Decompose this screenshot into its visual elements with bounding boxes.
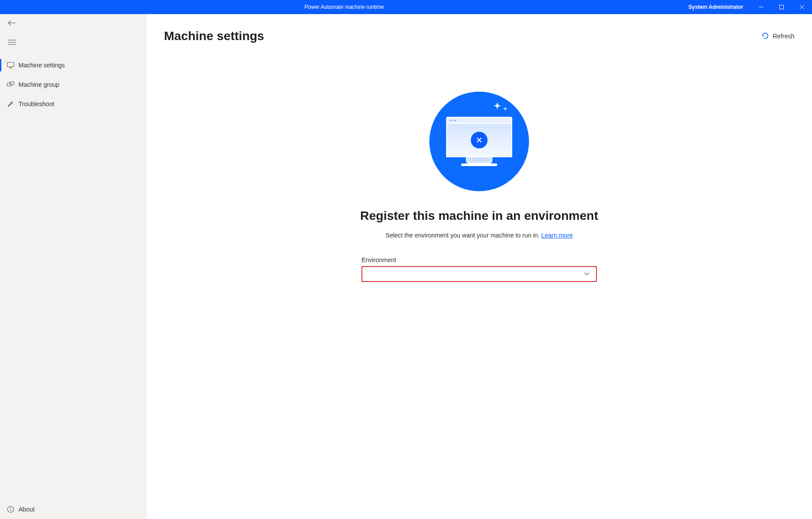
learn-more-link[interactable]: Learn more: [541, 232, 573, 239]
environment-dropdown[interactable]: [361, 266, 597, 282]
window-title: Power Automate machine runtime: [0, 4, 689, 10]
hamburger-icon: [8, 39, 16, 47]
environment-label: Environment: [361, 256, 597, 263]
sidebar: Machine settings Machine group Troublesh…: [0, 14, 146, 519]
sidebar-item-label: Machine settings: [19, 62, 65, 69]
svg-rect-8: [7, 63, 14, 67]
page-title: Machine settings: [164, 29, 264, 43]
minimize-button[interactable]: [751, 0, 771, 14]
refresh-label: Refresh: [773, 33, 794, 40]
arrow-left-icon: [8, 20, 16, 28]
hero-illustration: [429, 92, 529, 191]
register-heading: Register this machine in an environment: [360, 209, 598, 223]
info-icon: [7, 506, 19, 513]
close-button[interactable]: [792, 0, 812, 14]
titlebar: Power Automate machine runtime System Ad…: [0, 0, 812, 14]
wrench-icon: [7, 100, 19, 108]
group-icon: [7, 82, 19, 88]
svg-marker-17: [503, 107, 507, 111]
sidebar-item-label: Troubleshoot: [19, 100, 54, 108]
x-badge-icon: [471, 132, 488, 148]
monitor-icon: [7, 62, 19, 68]
sidebar-item-troubleshoot[interactable]: Troubleshoot: [0, 94, 146, 114]
hamburger-button[interactable]: [0, 33, 146, 53]
chevron-down-icon: [584, 270, 590, 278]
register-subtext: Select the environment you want your mac…: [386, 232, 573, 239]
refresh-icon: [761, 32, 769, 41]
main-content: Machine settings Refresh: [146, 14, 812, 519]
back-button[interactable]: [0, 14, 146, 33]
sparkle-icon: [494, 102, 509, 116]
sidebar-item-machine-settings[interactable]: Machine settings: [0, 56, 146, 75]
window-controls: [751, 0, 812, 14]
sidebar-item-about[interactable]: About: [7, 506, 146, 513]
svg-point-15: [11, 508, 11, 508]
current-user: System Administrator: [689, 4, 751, 10]
svg-rect-1: [780, 5, 784, 9]
refresh-button[interactable]: Refresh: [761, 32, 794, 41]
svg-marker-16: [494, 102, 501, 109]
sidebar-item-label: Machine group: [19, 81, 60, 88]
sidebar-item-machine-group[interactable]: Machine group: [0, 75, 146, 94]
monitor-illustration: [446, 117, 512, 166]
sidebar-item-label: About: [19, 506, 35, 513]
maximize-button[interactable]: [771, 0, 792, 14]
